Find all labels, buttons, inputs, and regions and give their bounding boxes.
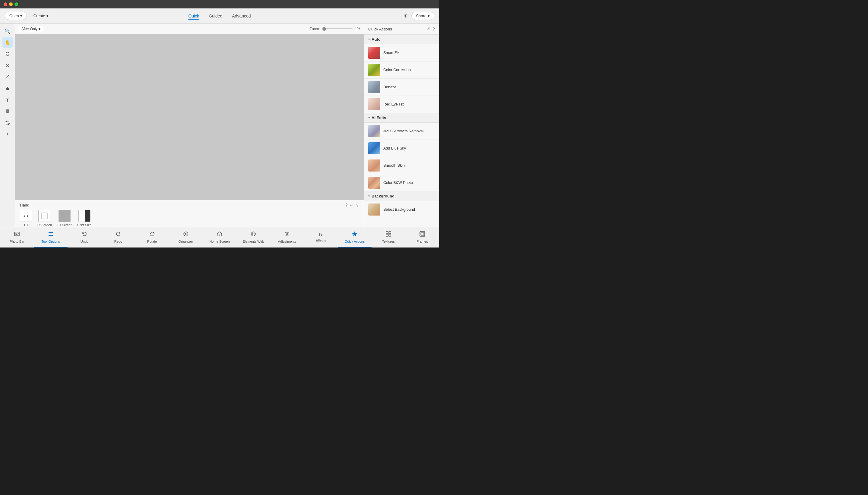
frames-button[interactable]: Frames: [405, 227, 439, 248]
redo-button[interactable]: Redo: [101, 227, 135, 248]
action-smooth-skin[interactable]: Smooth Skin: [364, 157, 439, 174]
background-toggle-icon: [368, 194, 370, 198]
redo-label: Redo: [114, 240, 122, 243]
adjustments-label: Adjustments: [278, 240, 297, 243]
section-background[interactable]: Background: [364, 191, 439, 201]
select-background-thumbnail: [368, 204, 380, 216]
action-jpeg-artifacts[interactable]: JPEG Artifacts Removal: [364, 123, 439, 140]
share-button[interactable]: Share ▾: [411, 12, 434, 20]
action-add-blue-sky[interactable]: Add Blue Sky: [364, 140, 439, 157]
elements-web-icon: [250, 231, 256, 238]
1to1-icon: 1:1: [20, 210, 32, 222]
tab-quick[interactable]: Quick: [188, 12, 199, 20]
create-button[interactable]: Create ▾: [29, 12, 53, 20]
fillscreen-label: Fill Screen: [57, 223, 72, 227]
search-tool-button[interactable]: 🔍: [2, 26, 13, 36]
smooth-skin-label: Smooth Skin: [383, 164, 405, 168]
action-color-bw-photo[interactable]: Color B&W Photo: [364, 174, 439, 191]
action-select-background[interactable]: Select Background: [364, 201, 439, 218]
view-option-fillscreen[interactable]: Fill Screen: [57, 210, 72, 227]
open-button[interactable]: Open ▾: [5, 12, 27, 20]
content-area: 🔍 ✋ T: [0, 23, 439, 227]
bottom-bar: Photo Bin Tool Options Undo Redo Rotate …: [0, 227, 439, 248]
action-smart-fix[interactable]: Smart Fix: [364, 44, 439, 62]
zoom-area: Zoom: 1%: [310, 27, 360, 31]
maximize-button[interactable]: [15, 2, 18, 6]
add-blue-sky-thumbnail: [368, 142, 380, 154]
organizer-button[interactable]: Organizer: [169, 227, 203, 248]
brightness-icon[interactable]: ☀: [403, 13, 408, 19]
svg-rect-5: [7, 87, 8, 89]
share-label: Share: [416, 14, 427, 18]
svg-rect-32: [389, 232, 391, 234]
red-eye-fix-thumbnail: [368, 98, 380, 110]
add-tool-button[interactable]: +: [2, 129, 13, 139]
printsize-icon: [79, 210, 90, 222]
minimize-button[interactable]: [9, 2, 13, 6]
section-ai-edits[interactable]: AI Edits: [364, 113, 439, 123]
help-panel-icon[interactable]: ?: [433, 27, 435, 31]
zoom-value: 1%: [355, 27, 360, 31]
refresh-icon[interactable]: ↺: [427, 27, 430, 31]
smart-fix-thumbnail: [368, 47, 380, 59]
crop-tool-button[interactable]: [2, 118, 13, 128]
dehaze-label: Dehaze: [383, 85, 396, 89]
undo-button[interactable]: Undo: [68, 227, 101, 248]
action-red-eye-fix[interactable]: Red Eye Fix: [364, 96, 439, 113]
action-color-correction[interactable]: Color Correction: [364, 62, 439, 79]
create-label: Create: [33, 14, 45, 18]
textures-button[interactable]: Textures: [371, 227, 405, 248]
tab-advanced[interactable]: Advanced: [232, 12, 251, 20]
more-icon[interactable]: ···: [350, 203, 353, 207]
adjustments-icon: [284, 231, 290, 238]
quick-actions-button[interactable]: Quick Actions: [338, 227, 371, 248]
svg-rect-31: [386, 232, 388, 234]
svg-point-28: [286, 232, 287, 233]
close-button[interactable]: [4, 2, 7, 6]
canvas-container[interactable]: [15, 34, 364, 200]
home-screen-button[interactable]: Home Screen: [203, 227, 236, 248]
action-dehaze[interactable]: Dehaze: [364, 79, 439, 96]
tool-options-button[interactable]: Tool Options: [34, 227, 68, 248]
quick-actions-label: Quick Actions: [345, 240, 365, 243]
elements-web-button[interactable]: Elements Web: [236, 227, 270, 248]
smart-fix-label: Smart Fix: [383, 51, 399, 55]
photo-bin-button[interactable]: Photo Bin: [0, 227, 34, 248]
zoom-slider[interactable]: [322, 28, 353, 29]
tab-guided[interactable]: Guided: [209, 12, 222, 20]
svg-rect-6: [6, 113, 9, 113]
view-mode-chevron-icon: ▾: [39, 27, 40, 31]
color-bw-label: Color B&W Photo: [383, 181, 413, 185]
tool-options-icon: [48, 231, 54, 238]
paintbucket-tool-button[interactable]: [2, 106, 13, 116]
tool-options-strip: Hand ? ··· ∨ 1:1 1:1: [15, 200, 364, 227]
section-auto[interactable]: Auto: [364, 35, 439, 44]
view-option-1to1[interactable]: 1:1 1:1: [20, 210, 32, 227]
adjustments-button[interactable]: Adjustments: [270, 227, 304, 248]
organizer-label: Organizer: [179, 240, 193, 243]
view-option-printsize[interactable]: Print Size: [77, 210, 91, 227]
expand-icon[interactable]: ∨: [356, 203, 359, 207]
rotate-button[interactable]: Rotate: [135, 227, 169, 248]
stamp-tool-button[interactable]: [2, 83, 13, 93]
brush-tool-button[interactable]: [2, 72, 13, 82]
svg-rect-36: [421, 233, 424, 236]
section-auto-label: Auto: [371, 37, 381, 41]
help-icon[interactable]: ?: [345, 203, 348, 207]
1to1-label: 1:1: [23, 223, 28, 227]
effects-button[interactable]: fx Effects: [304, 227, 338, 248]
view-option-fitscreen[interactable]: Fit Screen: [37, 210, 52, 227]
view-mode-select[interactable]: After Only ▾: [19, 25, 43, 32]
ai-edits-toggle-icon: [368, 116, 370, 119]
view-mode-value: After Only: [21, 27, 37, 31]
svg-point-20: [185, 233, 187, 235]
lasso-tool-button[interactable]: [2, 49, 13, 59]
color-correction-thumbnail: [368, 64, 380, 76]
tool-options-actions: ? ··· ∨: [345, 203, 359, 207]
fillscreen-icon: [59, 210, 70, 222]
smartbrush-tool-button[interactable]: [2, 60, 13, 70]
home-screen-icon: [217, 231, 222, 238]
textures-label: Textures: [382, 240, 395, 243]
hand-tool-button[interactable]: ✋: [2, 37, 13, 48]
text-tool-button[interactable]: T: [2, 95, 13, 105]
